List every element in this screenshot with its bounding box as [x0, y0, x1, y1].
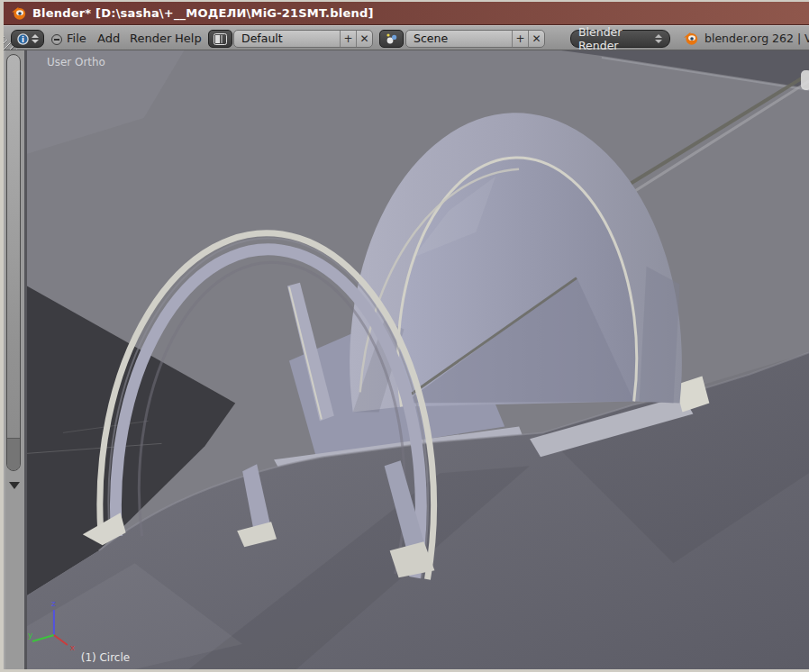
info-header: i File Add Render Help Default + ✕: [4, 25, 809, 50]
menu-add[interactable]: Add: [97, 26, 120, 50]
blender-org-icon: [683, 31, 698, 46]
add-scene-button[interactable]: +: [512, 31, 528, 47]
collapsed-panel-arrow-icon[interactable]: [9, 482, 20, 489]
add-screen-button[interactable]: +: [340, 31, 356, 47]
render-engine-dropdown[interactable]: Blender Render: [570, 30, 670, 48]
scene-name-field[interactable]: Scene: [406, 31, 512, 47]
axis-y-label: y: [28, 631, 33, 640]
viewport-3d[interactable]: z y x User Ortho (1) Circle: [27, 50, 809, 669]
window-title: Blender* [D:\sasha\+__МОДЕЛИ\MiG-21SMT.b…: [32, 6, 374, 20]
render-engine-value: Blender Render: [578, 25, 655, 52]
view-mode-label: User Ortho: [47, 56, 105, 68]
blender-window: Blender* [D:\sasha\+__МОДЕЛИ\MiG-21SMT.b…: [0, 0, 809, 672]
axis-z-label: z: [51, 599, 56, 608]
workspace: z y x User Ortho (1) Circle: [4, 50, 809, 669]
scene-browse-button[interactable]: [379, 30, 404, 48]
screen-layout-icon: [214, 33, 227, 45]
scene-icon: [385, 32, 398, 45]
info-editor-icon: i: [17, 33, 29, 45]
menu-file[interactable]: File: [67, 26, 86, 50]
collapse-menus-icon[interactable]: [51, 34, 62, 45]
screen-layout-selector: Default + ✕: [233, 30, 373, 48]
screen-layout-button[interactable]: [208, 30, 232, 48]
screen-name-field[interactable]: Default: [234, 31, 340, 47]
left-region-strip: [4, 50, 27, 669]
axis-x-label: x: [70, 643, 76, 652]
active-object-label: (1) Circle: [81, 651, 130, 664]
editor-switch-arrows-icon: [32, 34, 39, 43]
vertical-scrollbar[interactable]: [6, 54, 21, 471]
title-bar[interactable]: Blender* [D:\sasha\+__МОДЕЛИ\MiG-21SMT.b…: [4, 2, 809, 25]
menu-help[interactable]: Help: [175, 26, 202, 50]
menu-render[interactable]: Render: [130, 26, 171, 50]
scene-selector: Scene + ✕: [405, 30, 545, 48]
info-icon-glyph: i: [22, 34, 24, 43]
editor-type-button[interactable]: i: [11, 30, 44, 48]
delete-screen-button[interactable]: ✕: [356, 31, 372, 47]
delete-scene-button[interactable]: ✕: [528, 31, 544, 47]
stats-text: blender.org 262 | Ve:35: [704, 26, 809, 50]
blender-logo-icon: [11, 5, 26, 21]
dropdown-arrows-icon: [655, 34, 662, 43]
collapsed-properties-plus-button[interactable]: [801, 70, 809, 90]
